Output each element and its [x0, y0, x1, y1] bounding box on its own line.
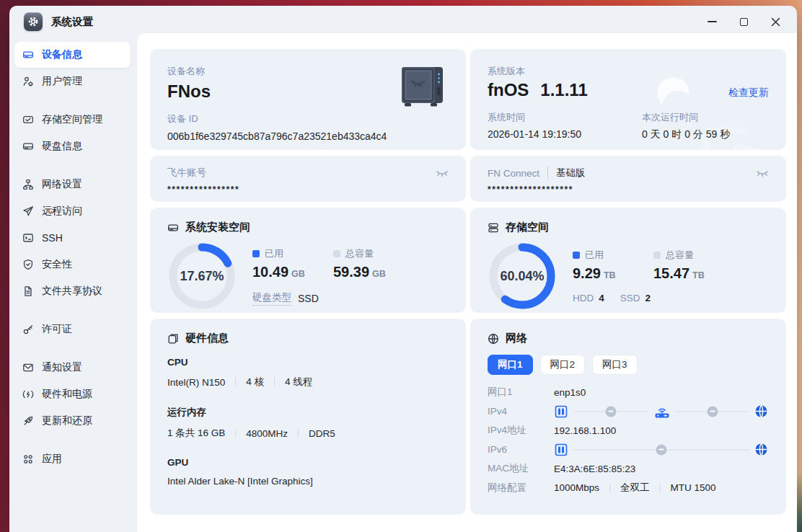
sidebar-group-spacer [14, 343, 131, 355]
storage-percent: 60.04% [489, 243, 555, 309]
masked-account-value: **************** [167, 185, 449, 195]
minimize-icon [708, 21, 717, 22]
sidebar-item-notifications[interactable]: 通知设置 [14, 355, 131, 381]
network-title: 网络 [506, 332, 527, 345]
sidebar-group-spacer [14, 160, 131, 172]
gpu-specs: Intel Alder Lake-N [Intel Graphics] [167, 476, 449, 487]
sidebar-item-user-management[interactable]: 用户管理 [14, 68, 131, 94]
power-bolt-icon [22, 389, 34, 400]
total-label: 总容量 [345, 247, 374, 260]
sidebar-label: 文件共享协议 [42, 285, 102, 298]
system-install-space-card: 系统安装空间 17.67% [150, 208, 466, 313]
disk-type-label[interactable]: 硬盘类型 [252, 291, 291, 306]
sidebar-label: SSH [42, 232, 63, 244]
sidebar-item-security[interactable]: 安全性 [14, 252, 131, 278]
sidebar-item-ssh[interactable]: SSH [14, 225, 131, 251]
device-info-card: 设备名称 FNos 设备 ID 006b1f6e329745cb87a796c7… [150, 49, 466, 150]
sidebar-item-remote-access[interactable]: 远程访问 [14, 198, 131, 224]
ipv4-topology-row: IPv4 [488, 402, 769, 422]
hdd-label: HDD [573, 293, 594, 303]
total-legend-swatch [333, 250, 340, 257]
window-controls [696, 11, 791, 32]
envelope-icon [22, 362, 34, 373]
hardware-info-card: 硬件信息 CPU Intel(R) N150 4 核 4 线程 运行内存 1 条… [150, 319, 466, 515]
link-status-knob [656, 444, 667, 455]
ipv4-address-row: IPv4地址 192.168.1.100 [488, 421, 769, 440]
cpu-specs: Intel(R) N150 4 核 4 线程 [167, 376, 449, 389]
total-unit: TB [692, 270, 705, 280]
tab-port-1[interactable]: 网口1 [488, 355, 533, 375]
sidebar-label: 应用 [42, 453, 62, 466]
nas-node-icon [554, 443, 568, 457]
ipv4-topology-diagram [554, 404, 769, 419]
sidebar-item-network-settings[interactable]: 网络设置 [14, 172, 131, 198]
used-legend-swatch [252, 250, 260, 257]
link-wire [675, 411, 749, 412]
close-icon [771, 17, 780, 27]
tab-port-2[interactable]: 网口2 [540, 355, 586, 375]
ipv4-address: 192.168.1.100 [554, 425, 616, 436]
storage-space-card: 存储空间 60.04% [470, 208, 786, 313]
nas-device-image [398, 65, 447, 111]
user-gear-icon [22, 76, 34, 87]
rocket-icon [22, 415, 34, 427]
eye-closed-icon[interactable] [436, 168, 449, 178]
install-percent: 17.67% [169, 243, 235, 309]
sidebar-item-file-sharing[interactable]: 文件共享协议 [14, 278, 131, 304]
minimize-button[interactable] [696, 11, 728, 32]
main-content: 设备名称 FNos 设备 ID 006b1f6e329745cb87a796c7… [137, 33, 797, 532]
check-update-link[interactable]: 检查更新 [728, 87, 769, 99]
maximize-button[interactable] [728, 11, 759, 32]
sidebar-label: 硬盘信息 [42, 140, 82, 153]
ram-label: 运行内存 [167, 406, 449, 419]
storage-check-icon [22, 114, 34, 125]
eye-closed-icon[interactable] [756, 168, 769, 178]
network-card: 网络 网口1 网口2 网口3 网口1 enp1s0 IPv4 [470, 319, 786, 515]
ram-type: DDR5 [309, 428, 335, 439]
uptime: 0 天 0 时 0 分 59 秒 [642, 128, 730, 141]
link-wire [573, 449, 749, 451]
nas-node-icon [554, 404, 568, 419]
ram-speed: 4800MHz [246, 428, 288, 439]
system-version-label: 系统版本 [488, 65, 769, 78]
close-button[interactable] [759, 11, 791, 32]
sidebar-item-storage-management[interactable]: 存储空间管理 [14, 107, 131, 133]
duplex-mode: 全双工 [620, 482, 650, 495]
used-label: 已用 [585, 249, 604, 262]
port-tabs: 网口1 网口2 网口3 [488, 355, 769, 375]
masked-connect-value: ******************* [488, 185, 769, 195]
fn-account-card: 飞牛账号 **************** [150, 156, 466, 202]
used-legend-swatch [573, 252, 580, 259]
hardware-chip-icon [167, 333, 179, 345]
ipv6-topology-row: IPv6 [488, 440, 769, 460]
sidebar-group-spacer [14, 305, 131, 316]
sidebar-item-update-restore[interactable]: 更新和还原 [14, 408, 131, 434]
terminal-icon [22, 232, 34, 244]
system-version-card: 系统版本 fnOS 1.1.11 检查更新 系统时间 2026-01-14 19… [470, 49, 786, 150]
tab-port-3[interactable]: 网口3 [592, 355, 638, 375]
ipv6-topology-diagram [554, 443, 769, 457]
sidebar-item-device-info[interactable]: 设备信息 [14, 42, 131, 68]
sidebar-label: 设备信息 [42, 48, 82, 61]
cpu-model: Intel(R) N150 [167, 377, 225, 388]
system-settings-window: 系统设置 设备信息 用户管理 存储空间管理 [9, 6, 797, 532]
key-icon [22, 324, 34, 335]
document-icon [22, 285, 34, 297]
used-value: 9.29 [573, 265, 601, 281]
paper-plane-icon [22, 205, 34, 217]
sidebar-item-license[interactable]: 许可证 [14, 316, 131, 342]
total-unit: GB [372, 269, 386, 279]
sidebar-label: 安全性 [42, 258, 72, 271]
sidebar-label: 存储空间管理 [42, 113, 102, 126]
sidebar-item-disk-info[interactable]: 硬盘信息 [14, 133, 131, 159]
os-name: fnOS [488, 80, 529, 100]
sidebar-item-apps[interactable]: 应用 [14, 446, 131, 472]
ipv4-address-label: IPv4地址 [488, 424, 554, 437]
sidebar-item-hardware-power[interactable]: 硬件和电源 [14, 381, 131, 407]
link-wire [573, 411, 648, 412]
sidebar-group-spacer [14, 435, 131, 446]
mtu: MTU 1500 [671, 482, 716, 493]
sidebar-label: 通知设置 [42, 361, 82, 374]
window-title: 系统设置 [51, 15, 93, 29]
cpu-cores: 4 核 [246, 376, 264, 389]
